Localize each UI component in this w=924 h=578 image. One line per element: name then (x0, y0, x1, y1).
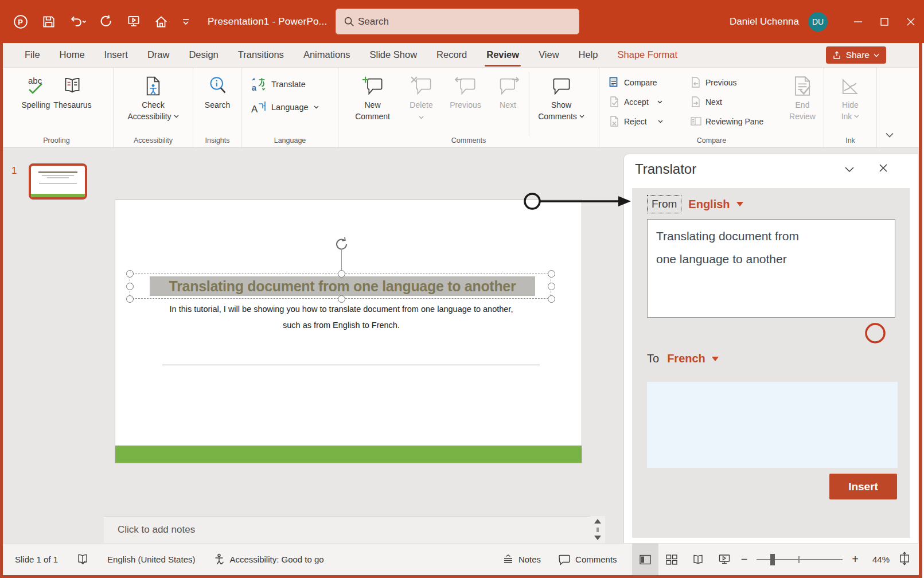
delete-comment-icon (411, 73, 432, 99)
resize-handle[interactable] (338, 295, 345, 303)
svg-text:A: A (251, 104, 258, 115)
from-language-dropdown[interactable]: English (688, 198, 730, 211)
view-slideshow-button[interactable] (711, 544, 738, 576)
redo-icon[interactable] (99, 14, 114, 29)
spell-check-status-icon[interactable] (76, 553, 89, 566)
translate-button[interactable]: a Translate (251, 77, 319, 92)
tab-animations[interactable]: Animations (294, 43, 360, 68)
language-status[interactable]: English (United States) (107, 554, 195, 564)
search-box[interactable]: Search (336, 9, 579, 34)
show-comments-button[interactable]: Show Comments (532, 68, 591, 122)
resize-handle[interactable] (126, 283, 134, 290)
tab-insert[interactable]: Insert (95, 43, 138, 68)
to-language-dropdown[interactable]: French (667, 352, 705, 365)
fit-to-window-button[interactable] (898, 552, 911, 567)
zoom-slider-thumb[interactable] (770, 554, 775, 565)
tab-design[interactable]: Design (179, 43, 228, 68)
insert-button[interactable]: Insert (829, 474, 897, 499)
collapse-ribbon-icon[interactable] (885, 130, 894, 140)
zoom-slider[interactable] (757, 559, 843, 560)
comments-toggle-button[interactable]: Comments (558, 554, 617, 565)
status-bar: Slide 1 of 1 English (United States) Acc… (0, 543, 924, 575)
next-comment-icon (497, 73, 519, 99)
from-dropdown-triangle-icon[interactable] (736, 202, 743, 206)
group-accessibility: Check Accessibility Accessibility (114, 68, 193, 147)
slide-canvas[interactable]: Translating document from one language t… (115, 200, 582, 463)
view-reading-button[interactable] (685, 544, 711, 576)
new-comment-icon (362, 73, 384, 99)
to-dropdown-triangle-icon[interactable] (712, 357, 719, 361)
minimize-button[interactable] (845, 0, 871, 43)
pane-close-icon[interactable] (879, 163, 888, 175)
notes-panel[interactable]: Click to add notes (104, 516, 605, 543)
tab-review[interactable]: Review (477, 43, 529, 68)
title-bar: P Presentation1 - PowerPo... (0, 0, 924, 43)
user-name[interactable]: Daniel Uchenna (730, 16, 799, 28)
slide-indicator: Slide 1 of 1 (15, 554, 58, 564)
powerpoint-logo-icon[interactable]: P (13, 14, 29, 30)
notes-toggle-button[interactable]: Notes (502, 554, 541, 565)
spelling-icon: abc (26, 73, 45, 99)
chevron-down-icon (314, 106, 319, 109)
view-slide-sorter-button[interactable] (658, 544, 685, 576)
tab-shape-format[interactable]: Shape Format (608, 43, 688, 68)
notes-scrollbar (590, 516, 605, 543)
search-icon (343, 15, 356, 31)
previous-comment-button: Previous (444, 68, 488, 111)
tab-help[interactable]: Help (569, 43, 608, 68)
reviewing-pane-button: Reviewing Pane (685, 114, 782, 129)
show-comments-icon (552, 73, 571, 99)
chevron-down-icon (174, 115, 179, 118)
accessibility-status[interactable]: Accessibility: Good to go (213, 553, 323, 566)
slide-body-line1[interactable]: In this tutorial, I will be showing you … (115, 304, 567, 314)
start-slideshow-icon[interactable] (126, 14, 141, 29)
translation-output-box[interactable] (647, 382, 898, 468)
new-comment-button[interactable]: New Comment (346, 68, 399, 122)
slide-thumbnail[interactable] (29, 163, 87, 200)
hide-ink-button: Hide Ink (840, 68, 861, 122)
undo-icon[interactable] (69, 14, 86, 29)
resize-handle[interactable] (548, 283, 555, 290)
resize-handle[interactable] (126, 270, 134, 278)
check-accessibility-button[interactable]: Check Accessibility (127, 68, 178, 122)
rotate-handle-icon[interactable] (333, 236, 350, 255)
zoom-in-button[interactable]: + (848, 553, 862, 566)
spelling-button[interactable]: abc Spelling (22, 68, 50, 111)
thesaurus-button[interactable]: Thesaurus (53, 68, 91, 111)
user-avatar[interactable]: DU (808, 12, 828, 32)
close-button[interactable] (898, 0, 924, 43)
resize-handle[interactable] (548, 295, 555, 303)
resize-handle[interactable] (126, 295, 134, 303)
source-text-box[interactable]: Translating document from one language t… (647, 219, 895, 318)
zoom-level[interactable]: 44% (862, 554, 890, 564)
scroll-thumb[interactable] (596, 528, 599, 532)
slide-title-text[interactable]: Translating document from one language t… (169, 278, 516, 295)
home-icon[interactable] (154, 14, 169, 29)
pane-collapse-icon[interactable] (844, 165, 855, 175)
tab-draw[interactable]: Draw (138, 43, 180, 68)
maximize-button[interactable] (871, 0, 898, 43)
scroll-up-icon[interactable] (594, 519, 601, 524)
tab-view[interactable]: View (529, 43, 568, 68)
chevron-down-icon (658, 120, 663, 123)
tab-file[interactable]: File (15, 43, 50, 68)
compare-button[interactable]: Compare (604, 75, 685, 90)
slide-body-line2[interactable]: such as from English to French. (115, 321, 567, 330)
view-normal-button[interactable] (632, 544, 658, 576)
share-button[interactable]: Share (826, 46, 886, 64)
tab-slide-show[interactable]: Slide Show (360, 43, 427, 68)
search-label: Search (358, 16, 389, 28)
resize-handle[interactable] (338, 270, 345, 278)
customize-qat-chevron-icon[interactable] (181, 18, 190, 26)
tab-home[interactable]: Home (50, 43, 95, 68)
resize-handle[interactable] (548, 270, 555, 278)
tab-transitions[interactable]: Transitions (228, 43, 294, 68)
scroll-down-icon[interactable] (594, 536, 601, 540)
save-icon[interactable] (41, 14, 56, 29)
zoom-out-button[interactable]: − (738, 553, 751, 566)
insights-search-button[interactable]: Search (205, 68, 230, 111)
end-review-button: End Review (782, 73, 823, 129)
tab-record[interactable]: Record (427, 43, 477, 68)
share-icon (833, 50, 842, 60)
language-button[interactable]: A Language (251, 100, 319, 115)
